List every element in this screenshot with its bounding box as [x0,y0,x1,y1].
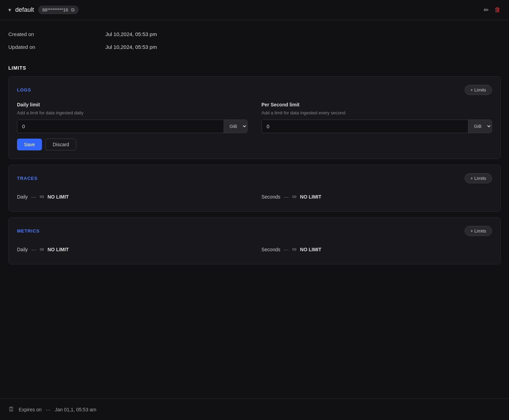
delete-icon[interactable]: 🗑 [494,6,501,14]
logs-per-second-limit-group: Per Second limit Add a limit for data in… [261,102,492,133]
logs-limits-row: Daily limit Add a limit for data ingeste… [17,102,492,133]
traces-seconds-no-limit: Seconds — ∞ NO LIMIT [261,193,492,200]
metrics-seconds-no-limit: Seconds — ∞ NO LIMIT [261,246,492,253]
logs-per-second-input-group: GiB MiB TiB [261,120,492,133]
edit-icon[interactable]: ✏ [484,6,489,14]
logs-per-second-unit-select[interactable]: GiB MiB TiB [468,120,492,133]
logs-title: LOGS [17,87,31,93]
logs-card-header: LOGS + Limits [17,85,492,95]
updated-on-label: Updated on [8,44,105,50]
traces-seconds-dash: — [284,194,288,200]
calendar-icon: 🗓 [8,406,15,413]
meta-section: Created on Jul 10,2024, 05:53 pm Updated… [0,20,509,62]
traces-add-limits-button[interactable]: + Limits [465,173,492,183]
metrics-seconds-no-limit-text: NO LIMIT [300,247,321,252]
updated-on-value: Jul 10,2024, 05:53 pm [105,44,157,50]
footer: 🗓 Expires on — Jan 01,1, 05:53 am [0,399,509,420]
metrics-seconds-infinity: ∞ [292,246,296,253]
metrics-daily-no-limit: Daily — ∞ NO LIMIT [17,246,248,253]
chevron-down-icon[interactable]: ▾ [8,7,11,13]
created-on-value: Jul 10,2024, 05:53 pm [105,31,157,37]
limits-heading: LIMITS [8,65,501,71]
logs-add-limits-button[interactable]: + Limits [465,85,492,95]
traces-daily-no-limit-text: NO LIMIT [48,194,69,200]
logs-daily-limit-group: Daily limit Add a limit for data ingeste… [17,102,248,133]
created-on-row: Created on Jul 10,2024, 05:53 pm [8,31,501,37]
api-key-badge: 88*********16 ⧉ [38,6,78,14]
limits-section: LIMITS LOGS + Limits Daily limit Add a l… [0,62,509,273]
metrics-add-limits-button[interactable]: + Limits [465,226,492,236]
metrics-seconds-label: Seconds [261,247,280,252]
logs-daily-unit-select[interactable]: GiB MiB TiB [224,120,247,133]
metrics-daily-dash: — [31,247,36,252]
traces-no-limit-row: Daily — ∞ NO LIMIT Seconds — ∞ NO LIMIT [17,190,492,203]
metrics-daily-label: Daily [17,247,28,252]
logs-per-second-heading: Per Second limit [261,102,492,107]
traces-card-header: TRACES + Limits [17,173,492,183]
logs-per-second-description: Add a limit for data ingested every seco… [261,110,492,115]
logs-card: LOGS + Limits Daily limit Add a limit fo… [8,76,501,159]
logs-daily-input-group: GiB MiB TiB [17,120,248,133]
metrics-daily-no-limit-text: NO LIMIT [48,247,69,252]
traces-title: TRACES [17,176,37,181]
metrics-card: METRICS + Limits Daily — ∞ NO LIMIT Seco… [8,217,501,264]
created-on-label: Created on [8,31,105,37]
expires-dash: — [46,407,51,412]
traces-seconds-label: Seconds [261,194,280,200]
traces-daily-label: Daily [17,194,28,200]
api-key-value: 88*********16 [42,7,68,12]
header-left: ▾ default 88*********16 ⧉ [8,6,79,14]
metrics-title: METRICS [17,228,40,234]
traces-card: TRACES + Limits Daily — ∞ NO LIMIT Secon… [8,165,501,212]
logs-daily-input[interactable] [17,120,224,133]
page-title: default [15,6,34,14]
expires-on-label: Expires on [19,407,42,412]
logs-discard-button[interactable]: Discard [45,139,76,150]
metrics-no-limit-row: Daily — ∞ NO LIMIT Seconds — ∞ NO LIMIT [17,243,492,256]
traces-daily-dash: — [31,194,36,200]
metrics-seconds-dash: — [284,247,288,252]
logs-daily-description: Add a limit for data ingested daily [17,110,248,115]
traces-seconds-infinity: ∞ [292,193,296,200]
logs-action-buttons: Save Discard [17,139,492,150]
updated-on-row: Updated on Jul 10,2024, 05:53 pm [8,44,501,50]
metrics-daily-infinity: ∞ [40,246,44,253]
copy-icon[interactable]: ⧉ [71,7,75,13]
logs-daily-heading: Daily limit [17,102,248,107]
expires-on-value: Jan 01,1, 05:53 am [55,407,96,412]
traces-daily-infinity: ∞ [40,193,44,200]
logs-per-second-input[interactable] [262,120,468,133]
header-right: ✏ 🗑 [484,6,501,14]
logs-save-button[interactable]: Save [17,139,42,150]
traces-seconds-no-limit-text: NO LIMIT [300,194,321,200]
metrics-card-header: METRICS + Limits [17,226,492,236]
header: ▾ default 88*********16 ⧉ ✏ 🗑 [0,0,509,20]
traces-daily-no-limit: Daily — ∞ NO LIMIT [17,193,248,200]
